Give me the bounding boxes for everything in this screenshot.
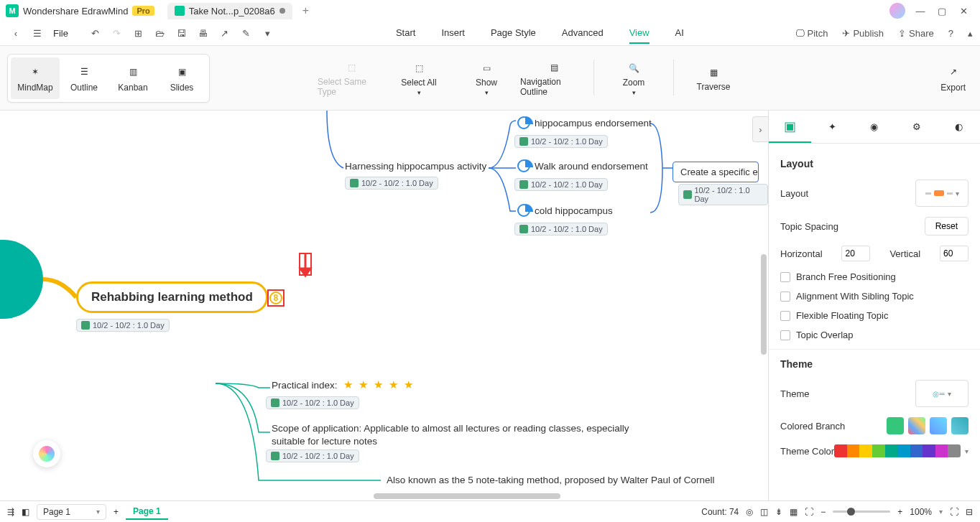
create-env-date[interactable]: 10/2 - 10/2 : 1.0 Day	[678, 184, 768, 205]
zoom-slider[interactable]	[833, 511, 890, 513]
navigation-outline-button[interactable]: ▤Navigation Outline	[520, 60, 588, 97]
traverse-button[interactable]: ▦Traverse	[680, 60, 747, 97]
harness-date[interactable]: 10/2 - 10/2 : 1.0 Day	[345, 177, 438, 190]
outline-toggle-icon[interactable]: ⇶	[7, 507, 14, 517]
share-button[interactable]: ⇪Share	[898, 28, 934, 39]
panel-tab-settings[interactable]: ⚙	[895, 111, 938, 143]
zoom-out-button[interactable]: −	[820, 507, 826, 517]
document-tab[interactable]: Take Not...p_0208a6	[167, 3, 292, 19]
menu-page-style[interactable]: Page Style	[491, 23, 536, 44]
harness-node[interactable]: Harnessing hippocampus activity	[345, 161, 486, 172]
select-same-type-button[interactable]: ⬚Select Same Type	[318, 60, 385, 97]
sidebar-toggle-icon[interactable]: ◧	[22, 507, 29, 517]
user-avatar[interactable]	[889, 3, 905, 19]
branch-free-checkbox[interactable]: Branch Free Positioning	[780, 271, 969, 282]
print-icon[interactable]: 🖶	[195, 25, 212, 42]
scope-node[interactable]: Scope of application: Applicable to almo…	[272, 422, 631, 447]
sub-node-2[interactable]: Walk around endorsement	[517, 159, 648, 172]
vertical-scrollbar[interactable]	[761, 254, 767, 355]
collapse-ribbon-button[interactable]: ▴	[968, 28, 973, 39]
fit-icon[interactable]: ⛶	[805, 507, 813, 517]
scope-date[interactable]: 10/2 - 10/2 : 1.0 Day	[266, 449, 359, 462]
practical-date[interactable]: 10/2 - 10/2 : 1.0 Day	[266, 396, 359, 409]
columns-icon[interactable]: ◫	[760, 507, 768, 517]
menu-view[interactable]: View	[629, 23, 650, 44]
chevron-down-icon[interactable]: ▾	[939, 508, 943, 516]
branch-color-1[interactable]	[887, 417, 904, 434]
menu-insert[interactable]: Insert	[441, 23, 465, 44]
back-button[interactable]: ‹	[7, 25, 24, 42]
branch-color-4[interactable]	[951, 417, 969, 434]
page-selector[interactable]: Page 1▾	[37, 504, 106, 520]
export-button[interactable]: ↗Export	[940, 64, 966, 93]
zoom-level[interactable]: 100%	[910, 507, 932, 517]
sub-node-1-date[interactable]: 10/2 - 10/2 : 1.0 Day	[514, 135, 608, 148]
pitch-button[interactable]: 🖵Pitch	[795, 28, 828, 39]
horizontal-input[interactable]	[841, 246, 870, 261]
zoom-button[interactable]: 🔍Zoom▾	[600, 60, 667, 97]
panel-tab-history[interactable]: ◐	[938, 111, 980, 143]
view-outline[interactable]: ☰Outline	[60, 57, 108, 99]
menu-advanced[interactable]: Advanced	[562, 23, 604, 44]
edit-icon[interactable]: ✎	[238, 25, 255, 42]
menu-start[interactable]: Start	[396, 23, 415, 44]
zoom-in-button[interactable]: +	[897, 507, 902, 517]
panel-tab-mark[interactable]: ◉	[854, 111, 896, 143]
menu-icon[interactable]: ☰	[29, 25, 46, 42]
panel-tab-layout[interactable]: ▣	[769, 111, 811, 143]
reset-button[interactable]: Reset	[925, 217, 969, 236]
redo-button[interactable]: ↷	[108, 25, 126, 42]
help-button[interactable]: ?	[948, 28, 953, 39]
more-dropdown-icon[interactable]: ▾	[259, 25, 277, 42]
menu-ai[interactable]: AI	[675, 23, 684, 44]
maximize-button[interactable]: ▢	[931, 0, 953, 22]
select-all-button[interactable]: ⬚Select All▾	[385, 60, 453, 97]
main-topic-node[interactable]: Rehabbing learning method 8	[76, 281, 268, 313]
publish-button[interactable]: ✈Publish	[842, 28, 884, 39]
also-known-node[interactable]: Also known as the 5 note-taking method, …	[387, 475, 717, 485]
fullscreen-icon[interactable]: ⛶	[950, 507, 958, 517]
minimize-button[interactable]: —	[910, 0, 931, 22]
flexible-float-checkbox[interactable]: Flexible Floating Topic	[780, 310, 969, 321]
create-env-node[interactable]: Create a specific en	[672, 162, 759, 182]
collapse-statusbar-icon[interactable]: ⊟	[966, 507, 973, 517]
sub-node-1[interactable]: hippocampus endorsement	[517, 116, 652, 129]
sub-node-3[interactable]: cold hippocampus	[517, 204, 613, 217]
sub-node-3-date[interactable]: 10/2 - 10/2 : 1.0 Day	[514, 223, 608, 236]
save-icon[interactable]: 🖫	[173, 25, 190, 42]
chevron-down-icon[interactable]: ▾	[965, 447, 969, 455]
branch-color-2[interactable]	[908, 417, 925, 434]
panel-tab-style[interactable]: ✦	[811, 111, 854, 143]
new-icon[interactable]: ⊞	[130, 25, 147, 42]
main-topic-date[interactable]: 10/2 - 10/2 : 1.0 Day	[76, 319, 170, 332]
branch-color-3[interactable]	[930, 417, 947, 434]
page-tab[interactable]: Page 1	[126, 504, 168, 520]
mindmap-canvas[interactable]: Rehabbing learning method 8 10/2 - 10/2 …	[0, 111, 768, 500]
theme-color-swatches[interactable]	[834, 444, 961, 457]
align-sibling-checkbox[interactable]: Alignment With Sibling Topic	[780, 291, 969, 302]
panel-collapse-button[interactable]: ›	[752, 116, 768, 142]
view-mindmap[interactable]: ✶MindMap	[11, 57, 60, 99]
ai-assist-button[interactable]	[33, 440, 60, 467]
topic-overlap-checkbox[interactable]: Topic Overlap	[780, 330, 969, 340]
globe-icon[interactable]: ◎	[746, 507, 753, 517]
collapse-count-icon[interactable]: 8	[269, 292, 282, 304]
view-kanban[interactable]: ▥Kanban	[108, 57, 157, 99]
add-page-button[interactable]: +	[114, 507, 119, 517]
vertical-input[interactable]	[940, 246, 969, 261]
practical-index-node[interactable]: Practical index: ★ ★ ★ ★ ★	[272, 378, 413, 391]
add-tab-button[interactable]: +	[302, 4, 309, 17]
export-dropdown-icon[interactable]: ↗	[216, 25, 234, 42]
pin-icon[interactable]: ⇟	[775, 507, 782, 517]
grid-icon[interactable]: ▦	[790, 507, 798, 517]
central-topic-node[interactable]	[0, 240, 43, 319]
undo-button[interactable]: ↶	[87, 25, 104, 42]
show-button[interactable]: ▭Show▾	[453, 60, 520, 97]
horizontal-scrollbar[interactable]	[374, 493, 560, 499]
open-icon[interactable]: 🗁	[152, 25, 169, 42]
theme-picker[interactable]: ◎═▾	[915, 380, 969, 407]
sub-node-2-date[interactable]: 10/2 - 10/2 : 1.0 Day	[514, 178, 608, 191]
file-menu[interactable]: File	[50, 28, 71, 39]
close-window-button[interactable]: ✕	[953, 0, 974, 22]
view-slides[interactable]: ▣Slides	[157, 57, 206, 99]
